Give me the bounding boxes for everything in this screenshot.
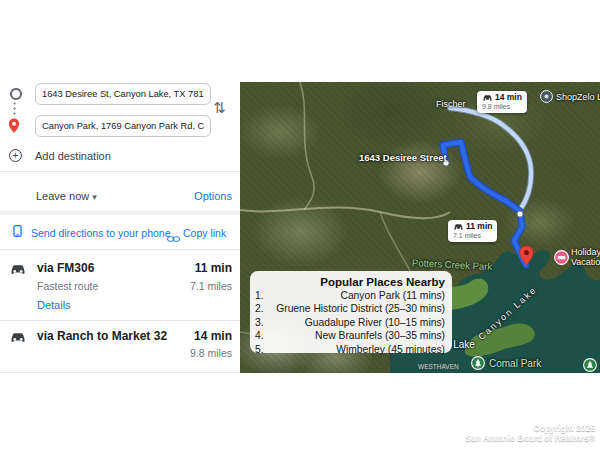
route-badge-11min[interactable]: 11 min 7.1 miles xyxy=(448,220,497,242)
car-icon xyxy=(9,263,27,276)
shopzelo-poi-icon[interactable] xyxy=(540,89,553,107)
route-via-label: via FM306 xyxy=(37,261,94,275)
popular-place-item: 3. Guadalupe River (10–15 mins) xyxy=(255,316,445,329)
place-label-desiree-street: 1643 Desiree Street xyxy=(359,152,447,163)
copyright-line2: San Antonio Board of Realtors® xyxy=(465,433,595,443)
copy-link-button[interactable]: Copy link xyxy=(183,227,226,239)
popular-place-item: 5. Wimberley (45 minutes) xyxy=(255,343,445,356)
holiday-label-line1: Holiday xyxy=(571,247,600,257)
swap-directions-icon[interactable]: ⇅ xyxy=(213,99,226,117)
divider xyxy=(0,320,240,321)
copyright-notice: Copyright 2025 San Antonio Board of Real… xyxy=(465,423,595,443)
origin-input[interactable] xyxy=(35,83,211,105)
add-destination-icon[interactable]: + xyxy=(9,149,22,162)
route-details-link[interactable]: Details xyxy=(37,299,71,311)
google-maps-directions-screenshot: ⇅ + Add destination Leave now ▾ Options … xyxy=(0,0,600,450)
route-duration: 11 min xyxy=(195,261,232,275)
route-note: Fastest route xyxy=(37,280,98,292)
divider xyxy=(0,249,240,250)
place-label-fischer: Fischer xyxy=(436,99,466,109)
badge-duration: 11 min xyxy=(466,222,492,232)
place-label-westhaven: WESTHAVEN xyxy=(418,363,459,370)
badge-distance: 7.1 miles xyxy=(453,232,492,240)
route-badge-14min[interactable]: 14 min 9.8 miles xyxy=(477,91,527,113)
badge-duration: 14 min xyxy=(495,93,522,103)
road xyxy=(300,82,314,210)
route-via-label: via Ranch to Market 32 xyxy=(37,329,167,343)
place-label-comal-park[interactable]: Comal Park xyxy=(489,358,541,369)
send-to-phone-icon xyxy=(13,224,22,242)
destination-pin-icon xyxy=(8,118,20,138)
car-icon xyxy=(453,223,464,231)
popular-places-overlay: Popular Places Nearby 1. Canyon Park (11… xyxy=(250,271,452,353)
badge-distance: 9.8 miles xyxy=(482,103,522,111)
car-icon xyxy=(482,94,493,102)
route-distance: 9.8 miles xyxy=(190,347,232,359)
item-text: Guadalupe River (10–15 mins) xyxy=(305,316,445,329)
road xyxy=(240,207,450,218)
destination-input[interactable] xyxy=(35,115,211,137)
comal-park-tree-icon[interactable] xyxy=(471,356,485,373)
holiday-lodging-poi-icon[interactable] xyxy=(554,250,569,269)
divider xyxy=(0,171,240,172)
route-waypoint-dot xyxy=(517,211,523,217)
leave-now-label: Leave now xyxy=(36,190,89,202)
add-destination-label[interactable]: Add destination xyxy=(35,150,111,162)
leave-now-dropdown[interactable]: Leave now ▾ xyxy=(36,190,97,202)
item-text: Gruene Historic District (25–30 mins) xyxy=(276,302,445,315)
item-number: 1. xyxy=(255,289,264,302)
popular-place-item: 2. Gruene Historic District (25–30 mins) xyxy=(255,302,445,315)
item-text: Canyon Park (11 mins) xyxy=(340,289,445,302)
section-separator xyxy=(0,211,240,215)
origin-dot-icon xyxy=(10,88,22,100)
route-duration: 14 min xyxy=(194,329,232,343)
directions-panel: ⇅ + Add destination Leave now ▾ Options … xyxy=(0,0,240,450)
park-tree-icon[interactable] xyxy=(583,358,597,373)
route-distance: 7.1 miles xyxy=(190,280,232,292)
car-icon xyxy=(9,331,27,344)
item-number: 5. xyxy=(255,343,264,356)
destination-map-pin[interactable] xyxy=(519,245,534,270)
popular-place-item: 4. New Braunfels (30–35 mins) xyxy=(255,329,445,342)
divider xyxy=(0,372,240,373)
item-number: 3. xyxy=(255,316,264,329)
popular-place-item: 1. Canyon Park (11 mins) xyxy=(255,289,445,302)
route-dots-icon xyxy=(13,101,16,115)
item-text: New Braunfels (30–35 mins) xyxy=(315,329,445,342)
item-number: 2. xyxy=(255,302,264,315)
place-label-shopzelo[interactable]: ShopZelo LLC xyxy=(556,92,600,102)
options-button[interactable]: Options xyxy=(194,190,232,202)
satellite-map[interactable]: Fischer ShopZelo LLC 1643 Desiree Street… xyxy=(240,82,600,373)
item-number: 4. xyxy=(255,329,264,342)
chevron-down-icon: ▾ xyxy=(92,192,97,202)
send-to-phone-button[interactable]: Send directions to your phone xyxy=(31,227,171,239)
place-label-holiday[interactable]: Holiday Vacatio xyxy=(571,247,600,267)
item-text: Wimberley (45 minutes) xyxy=(336,343,445,356)
copyright-line1: Copyright 2025 xyxy=(465,423,595,433)
holiday-label-line2: Vacatio xyxy=(571,257,600,267)
popular-places-title: Popular Places Nearby xyxy=(255,275,445,289)
main-route-line[interactable] xyxy=(443,142,526,265)
copy-link-icon xyxy=(167,229,180,247)
